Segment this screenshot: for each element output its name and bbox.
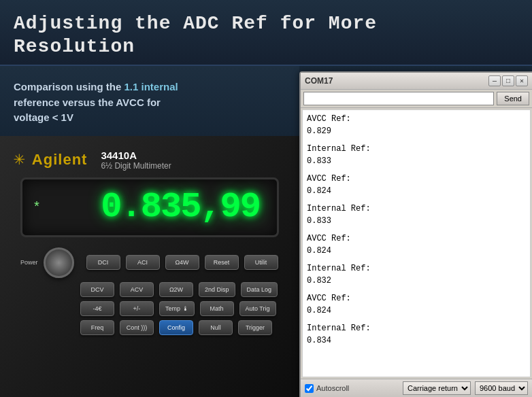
agilent-starburst-icon: ✳ <box>14 150 25 169</box>
main-container: Adjusting the ADC Ref for More Resolutio… <box>0 0 532 397</box>
header: Adjusting the ADC Ref for More Resolutio… <box>0 0 532 66</box>
window-title: COM17 <box>305 76 333 86</box>
close-button[interactable]: ✕ <box>516 75 528 86</box>
btn-autotrig[interactable]: Auto Trig <box>239 301 276 316</box>
model-info: 34410A 6½ Digit Multimeter <box>101 150 171 171</box>
btn-dci[interactable]: DCI <box>86 255 120 270</box>
btn-math[interactable]: Math <box>200 301 234 316</box>
serial-output[interactable]: AVCC Ref:0.829Internal Ref:0.833AVCC Ref… <box>302 109 531 377</box>
bottom-bar: Autoscroll Carriage return 9600 baud <box>301 379 532 397</box>
btn-cont[interactable]: Cont ))) <box>120 320 154 335</box>
serial-monitor-window: COM17 — □ ✕ Send AVCC Ref:0.829Internal … <box>299 71 532 397</box>
btn-null[interactable]: Null <box>199 320 233 335</box>
btn-aci[interactable]: ACI <box>126 255 160 270</box>
serial-line: 0.824 <box>307 185 526 197</box>
btn-dcv[interactable]: DCV <box>80 282 114 297</box>
display-digits: 0.835,99 <box>101 190 260 225</box>
power-knob[interactable] <box>44 247 74 278</box>
serial-line: Internal Ref: <box>307 262 526 275</box>
autoscroll-label: Autoscroll <box>316 384 349 392</box>
btn-freq[interactable]: Freq <box>80 320 114 335</box>
btn-utility[interactable]: Utilit <box>244 255 278 270</box>
description-text: Comparison using the 1.1 internal refere… <box>14 80 286 126</box>
baud-rate-select[interactable]: 9600 baud <box>475 381 528 395</box>
window-controls: — □ ✕ <box>488 75 528 86</box>
serial-line <box>307 167 526 173</box>
serial-line: 0.833 <box>307 155 526 167</box>
btn-ohm4w[interactable]: Ω4W <box>165 255 199 270</box>
btn-2nd-disp[interactable]: 2nd Disp <box>199 282 235 297</box>
model-description: 6½ Digit Multimeter <box>101 161 171 171</box>
serial-line: 0.824 <box>307 305 526 317</box>
btn-acv[interactable]: ACV <box>120 282 154 297</box>
btn-trigger[interactable]: Trigger <box>238 320 272 335</box>
serial-line: AVCC Ref: <box>307 113 526 125</box>
serial-line: 0.833 <box>307 215 526 227</box>
serial-line <box>307 137 526 143</box>
send-row: Send <box>301 90 532 108</box>
left-panel: Comparison using the 1.1 internal refere… <box>0 66 299 397</box>
serial-line <box>307 197 526 203</box>
serial-line: AVCC Ref: <box>307 173 526 185</box>
agilent-brand-name: Agilent <box>32 151 88 169</box>
serial-line <box>307 287 526 292</box>
serial-line <box>307 317 526 322</box>
agilent-brand-row: ✳ Agilent 34410A 6½ Digit Multimeter <box>14 150 286 171</box>
seven-segment-display: 0.835,99 <box>36 190 263 225</box>
serial-line <box>307 227 526 232</box>
minimize-button[interactable]: — <box>488 75 501 86</box>
btn-datalog[interactable]: Data Log <box>241 282 278 297</box>
multimeter-area: ✳ Agilent 34410A 6½ Digit Multimeter 0.8… <box>0 136 299 397</box>
serial-line: AVCC Ref: <box>307 292 526 305</box>
serial-line: Internal Ref: <box>307 203 526 215</box>
button-row-1: Power DCI ACI Ω4W Reset Utilit <box>20 247 279 278</box>
btn-temp[interactable]: Temp 🌡 <box>159 301 195 316</box>
autoscroll-check: Autoscroll <box>305 384 349 393</box>
btn-reset[interactable]: Reset <box>205 255 239 270</box>
btn-plusminus[interactable]: +/- <box>120 301 154 316</box>
maximize-button[interactable]: □ <box>502 75 514 86</box>
window-titlebar: COM17 — □ ✕ <box>301 73 532 90</box>
serial-line <box>307 257 526 262</box>
power-label: Power <box>20 259 38 266</box>
description-block: Comparison using the 1.1 internal refere… <box>0 66 299 136</box>
model-number: 34410A <box>101 150 171 161</box>
agilent-logo: ✳ Agilent <box>14 150 87 169</box>
serial-line: Internal Ref: <box>307 143 526 155</box>
serial-line: 0.824 <box>307 245 526 257</box>
page-title: Adjusting the ADC Ref for More Resolutio… <box>14 12 518 58</box>
content-area: Comparison using the 1.1 internal refere… <box>0 66 532 397</box>
buttons-area: Power DCI ACI Ω4W Reset Utilit DCV ACV <box>20 247 279 335</box>
button-row-2: DCV ACV Ω2W 2nd Disp Data Log <box>20 282 279 297</box>
serial-line: AVCC Ref: <box>307 232 526 245</box>
btn-config[interactable]: Config <box>159 320 193 335</box>
autoscroll-checkbox[interactable] <box>305 384 314 393</box>
highlight-text: 1.1 internal <box>124 81 178 92</box>
line-ending-select[interactable]: Carriage return <box>403 381 471 395</box>
send-button[interactable]: Send <box>497 92 529 105</box>
send-input[interactable] <box>303 92 494 105</box>
btn-minus4[interactable]: -4€ <box>80 301 114 316</box>
serial-line: 0.832 <box>307 275 526 287</box>
serial-line: Internal Ref: <box>307 322 526 334</box>
serial-line: 0.834 <box>307 334 526 347</box>
btn-ohm2w[interactable]: Ω2W <box>159 282 193 297</box>
button-row-4: Freq Cont ))) Config Null Trigger <box>20 320 279 335</box>
multimeter-background: ✳ Agilent 34410A 6½ Digit Multimeter 0.8… <box>0 136 299 397</box>
button-row-3: -4€ +/- Temp 🌡 Math Auto Trig <box>20 301 279 316</box>
display-panel: 0.835,99 <box>20 177 279 237</box>
serial-line: 0.829 <box>307 125 526 137</box>
